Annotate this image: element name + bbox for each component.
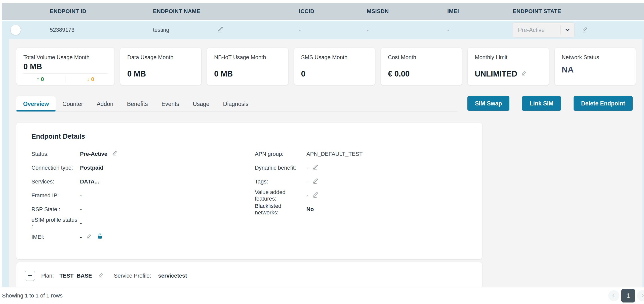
msisdn-cell: - bbox=[365, 27, 445, 33]
column-header-imei: IMEI bbox=[445, 8, 511, 15]
endpoint-detail-page: ENDPOINT ID ENDPOINT NAME ICCID MSISDN I… bbox=[0, 0, 644, 304]
detail-row-status: Status: Pre-Active bbox=[31, 147, 255, 161]
value-added-features-value: - bbox=[306, 192, 308, 199]
stat-card-label: SMS Usage Month bbox=[301, 54, 368, 61]
minus-icon bbox=[14, 30, 18, 30]
endpoint-details-card: Endpoint Details Status: Pre-Active Conn bbox=[16, 123, 482, 259]
stat-card-label: Total Volume Usage Month bbox=[23, 54, 107, 61]
endpoint-state-cell: Pre-Active bbox=[511, 22, 644, 37]
stat-card-label: NB-IoT Usage Month bbox=[214, 54, 281, 61]
action-buttons: SIM Swap Link SIM Delete Endpoint bbox=[467, 96, 633, 111]
endpoint-name-value: testing bbox=[153, 27, 217, 33]
apn-group-value: APN_DEFAULT_TEST bbox=[306, 151, 363, 157]
detail-row-connection-type: Connection type: Postpaid bbox=[31, 161, 255, 175]
blacklisted-networks-value: No bbox=[306, 206, 314, 213]
expanded-endpoint-section: Total Volume Usage Month 0 MB ↑0 ↓0 Data… bbox=[2, 39, 644, 304]
sim-swap-button[interactable]: SIM Swap bbox=[467, 96, 509, 111]
tab-overview[interactable]: Overview bbox=[16, 96, 56, 111]
tab-bar: Overview Counter Addon Benefits Events U… bbox=[16, 95, 457, 112]
edit-monthly-limit-icon[interactable] bbox=[521, 69, 528, 79]
details-right-column: APN group: APN_DEFAULT_TEST Dynamic bene… bbox=[255, 147, 482, 244]
service-profile-value: servicetest bbox=[158, 273, 187, 279]
stat-card-value: NA bbox=[562, 65, 629, 74]
upload-count: 0 bbox=[41, 76, 44, 83]
imei-value: - bbox=[80, 234, 82, 240]
table-footer: Showing 1 to 1 of 1 rows 1 bbox=[0, 287, 644, 304]
column-header-iccid: ICCID bbox=[297, 8, 365, 15]
tab-usage[interactable]: Usage bbox=[186, 96, 216, 111]
pagination: 1 bbox=[608, 289, 644, 302]
page-1-button[interactable]: 1 bbox=[621, 289, 635, 302]
arrow-down-icon: ↓ bbox=[87, 76, 90, 83]
tab-addon[interactable]: Addon bbox=[90, 96, 120, 111]
endpoint-state-selected-value: Pre-Active bbox=[513, 27, 560, 33]
edit-tags-icon[interactable] bbox=[312, 177, 319, 186]
services-value: DATA... bbox=[80, 178, 99, 185]
chevron-left-icon bbox=[611, 293, 617, 299]
stat-card-value: € 0.00 bbox=[388, 69, 455, 79]
edit-value-added-features-icon[interactable] bbox=[312, 191, 319, 200]
detail-row-tags: Tags: - bbox=[255, 175, 482, 188]
stat-card-monthly-limit: Monthly Limit UNLIMITED bbox=[468, 48, 549, 85]
stat-card-total-volume: Total Volume Usage Month 0 MB ↑0 ↓0 bbox=[16, 48, 114, 85]
stat-card-value: 0 bbox=[301, 69, 368, 79]
status-value: Pre-Active bbox=[80, 151, 107, 157]
stat-card-value: 0 MB bbox=[214, 69, 281, 79]
detail-row-rsp-state: RSP State : - bbox=[31, 202, 255, 216]
chevron-right-icon bbox=[640, 293, 644, 299]
service-profile-label: Service Profile: bbox=[114, 273, 151, 279]
rows-count-status: Showing 1 to 1 of 1 rows bbox=[2, 292, 63, 299]
plan-label: Plan: bbox=[41, 273, 54, 279]
expand-plan-button[interactable] bbox=[25, 271, 35, 281]
detail-row-imei: IMEI: - bbox=[31, 230, 255, 244]
detail-row-value-added-features: Value added features: - bbox=[255, 188, 482, 202]
tabs-and-actions-row: Overview Counter Addon Benefits Events U… bbox=[16, 95, 633, 112]
column-header-endpoint-state: ENDPOINT STATE bbox=[511, 8, 644, 15]
endpoint-table-row: 52389173 testing - - - Pre-Active bbox=[2, 21, 644, 39]
dynamic-benefit-value: - bbox=[306, 165, 308, 171]
detail-row-apn-group: APN group: APN_DEFAULT_TEST bbox=[255, 147, 482, 161]
stat-card-data-usage: Data Usage Month 0 MB bbox=[120, 48, 201, 85]
plan-value: TEST_BASE bbox=[59, 273, 92, 279]
next-page-button[interactable] bbox=[637, 290, 644, 301]
edit-plan-icon[interactable] bbox=[98, 272, 104, 280]
tab-diagnosis[interactable]: Diagnosis bbox=[216, 96, 255, 111]
details-left-column: Status: Pre-Active Connection type: Post… bbox=[31, 147, 255, 244]
detail-row-blacklisted-networks: Blacklisted networks: No bbox=[255, 202, 482, 216]
detail-row-services: Services: DATA... bbox=[31, 175, 255, 188]
upload-download-counters: ↑0 ↓0 bbox=[23, 73, 107, 83]
tab-counter[interactable]: Counter bbox=[56, 96, 90, 111]
esim-profile-status-value: - bbox=[80, 220, 82, 226]
imei-lock-icon[interactable] bbox=[97, 233, 103, 241]
detail-row-esim-profile-status: eSIM profile status : - bbox=[31, 216, 255, 230]
endpoint-id-cell: 52389173 bbox=[48, 27, 151, 33]
endpoint-state-select[interactable]: Pre-Active bbox=[513, 22, 575, 37]
plus-icon bbox=[27, 273, 33, 279]
imei-cell: - bbox=[445, 27, 511, 33]
arrow-up-icon: ↑ bbox=[36, 76, 39, 83]
tab-benefits[interactable]: Benefits bbox=[120, 96, 155, 111]
column-header-msisdn: MSISDN bbox=[365, 8, 445, 15]
endpoint-name-cell: testing bbox=[151, 26, 297, 34]
stat-cards-row: Total Volume Usage Month 0 MB ↑0 ↓0 Data… bbox=[16, 48, 636, 85]
column-header-endpoint-id: ENDPOINT ID bbox=[48, 8, 151, 15]
stat-card-cost-month: Cost Month € 0.00 bbox=[381, 48, 462, 85]
stat-card-value: UNLIMITED bbox=[475, 69, 517, 79]
edit-dynamic-benefit-icon[interactable] bbox=[312, 164, 319, 172]
tab-events[interactable]: Events bbox=[155, 96, 186, 111]
delete-endpoint-button[interactable]: Delete Endpoint bbox=[574, 96, 633, 111]
stat-card-label: Cost Month bbox=[388, 54, 455, 61]
framed-ip-value: - bbox=[80, 192, 82, 199]
edit-endpoint-name-icon[interactable] bbox=[217, 26, 224, 34]
endpoint-table-header: ENDPOINT ID ENDPOINT NAME ICCID MSISDN I… bbox=[2, 3, 644, 20]
collapse-row-button[interactable] bbox=[11, 25, 21, 35]
link-sim-button[interactable]: Link SIM bbox=[522, 96, 561, 111]
edit-imei-icon[interactable] bbox=[86, 233, 93, 241]
detail-row-framed-ip: Framed IP: - bbox=[31, 188, 255, 202]
stat-card-network-status: Network Status NA bbox=[555, 48, 636, 85]
stat-card-label: Data Usage Month bbox=[127, 54, 194, 61]
previous-page-button[interactable] bbox=[608, 290, 619, 301]
endpoint-details-title: Endpoint Details bbox=[31, 133, 482, 140]
edit-endpoint-state-icon[interactable] bbox=[582, 26, 588, 34]
edit-status-icon[interactable] bbox=[111, 150, 118, 158]
